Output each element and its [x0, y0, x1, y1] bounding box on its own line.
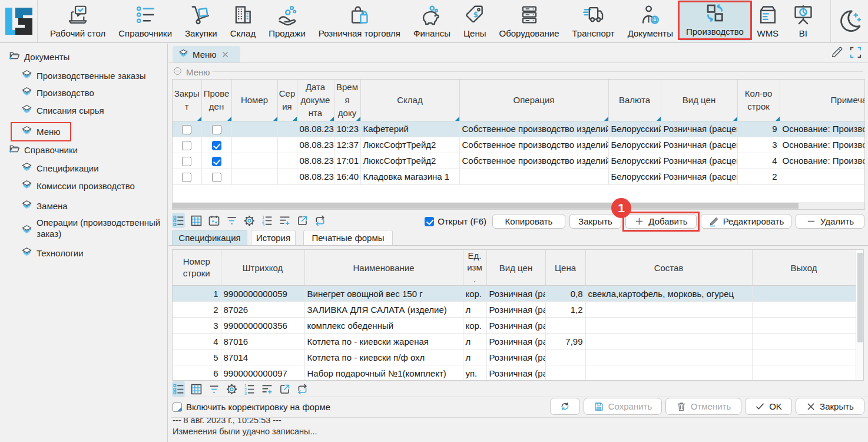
delete-button[interactable]: Удалить — [796, 214, 864, 229]
cell-warehouse[interactable]: ЛюксСофтТрейд2 — [360, 137, 459, 153]
cell-operation[interactable]: Собственное производство изделий — [459, 121, 608, 137]
column-header[interactable]: Состав — [585, 250, 752, 286]
cell-unit[interactable]: л — [463, 334, 486, 349]
edit-button[interactable]: Редактировать — [701, 214, 791, 229]
cell-time[interactable]: 16:40 — [334, 169, 360, 184]
edit-form-button[interactable] — [830, 46, 843, 59]
grid-external-button[interactable] — [296, 213, 309, 228]
sidebar-item[interactable]: Операции (производственный заказ) — [0, 217, 167, 243]
cell-line[interactable]: 5 — [173, 349, 221, 365]
cell-operation[interactable]: Собственное производство изделий — [459, 153, 608, 169]
sidebar-item[interactable]: Замена — [0, 197, 167, 215]
scrollbar-thumb[interactable] — [173, 203, 799, 209]
specification-table-row[interactable]: 4 87016 Котлета по - киевски жареная л Р… — [173, 334, 856, 349]
grid-table-button[interactable] — [190, 213, 203, 228]
cell-output[interactable] — [752, 286, 856, 302]
cell-currency[interactable]: Белорусский рубль — [608, 121, 661, 137]
toolbar-item-sales[interactable]: Продажи — [262, 0, 312, 42]
cell-unit[interactable]: л — [463, 302, 486, 318]
cell-line[interactable]: 2 — [173, 302, 221, 318]
cell-composition[interactable] — [585, 334, 752, 349]
toolbar-item-production[interactable]: Производство — [680, 0, 750, 41]
cell-number[interactable] — [231, 153, 277, 169]
cell-barcode[interactable]: 87016 — [221, 334, 304, 349]
column-header[interactable]: Примечание — [780, 80, 865, 121]
add-button[interactable]: Добавить — [625, 214, 697, 229]
cell-line_count[interactable]: 3 — [737, 137, 780, 153]
cell-date[interactable]: 08.08.23 — [297, 153, 334, 169]
cell-name[interactable]: Котлета по - киевски жареная — [304, 334, 463, 349]
sidebar-group-1[interactable]: Справочники — [0, 141, 167, 159]
grid-list-button[interactable] — [172, 381, 185, 397]
column-header[interactable]: Серия — [277, 80, 297, 121]
fullscreen-button[interactable] — [849, 46, 862, 59]
documents-table-row[interactable]: 08.08.23 17:01 ЛюксСофтТрейд2 Собственно… — [173, 153, 865, 169]
copy-button[interactable]: Копировать — [492, 214, 565, 229]
cell-composition[interactable] — [585, 365, 752, 381]
toolbar-item-transport[interactable]: Транспорт — [566, 0, 621, 42]
tab-2[interactable]: Печатные формы — [303, 230, 393, 245]
documents-table-row[interactable]: 08.08.23 12:37 ЛюксСофтТрейд2 Собственно… — [173, 137, 865, 153]
cell-series[interactable] — [277, 121, 297, 137]
cell-unit[interactable]: кор. — [463, 286, 486, 302]
cell-number[interactable] — [231, 121, 277, 137]
cell-line[interactable]: 1 — [173, 286, 221, 302]
sidebar-item[interactable]: Технологии — [0, 244, 167, 262]
closed-checkbox[interactable] — [182, 157, 191, 166]
cell-line_count[interactable]: 4 — [737, 153, 780, 169]
column-header[interactable]: Время доку — [334, 80, 360, 121]
cell-currency[interactable]: Белорусский рубль — [608, 137, 661, 153]
cell-warehouse[interactable]: ЛюксСофтТрейд2 — [360, 153, 459, 169]
toolbar-item-retail[interactable]: Розничная торговля — [312, 0, 407, 42]
cell-price_type[interactable]: Розничная (расценочная) — [661, 137, 737, 153]
cell-price[interactable] — [545, 365, 585, 381]
sidebar-item[interactable]: Списания сырья — [0, 101, 167, 119]
closed-checkbox[interactable] — [182, 125, 191, 134]
specification-table-row[interactable]: 3 9900000000356 комплекс обеденный кор. … — [173, 318, 856, 334]
specification-table-row[interactable]: 5 87014 Котлета по - киевски п/ф охл л Р… — [173, 349, 856, 365]
column-header[interactable]: Дата документа — [297, 80, 334, 121]
cell-unit[interactable]: кор. — [463, 318, 486, 334]
sidebar-item[interactable]: Производство — [0, 84, 167, 101]
toolbar-item-wms[interactable]: WMS — [750, 0, 786, 42]
cell-composition[interactable]: свекла,картофель, морковь, огурец — [585, 286, 752, 302]
toolbar-item-warehouse[interactable]: Склад — [224, 0, 262, 42]
toolbar-item-desktop[interactable]: Рабочий стол — [44, 0, 112, 42]
tab-menu[interactable]: Меню — [173, 46, 240, 62]
cell-warehouse[interactable]: Кафетерий — [360, 121, 459, 137]
cell-line[interactable]: 6 — [173, 365, 221, 381]
horizontal-scrollbar[interactable] — [173, 202, 864, 209]
toolbar-item-finance[interactable]: Финансы — [407, 0, 457, 42]
cell-date[interactable]: 08.08.23 — [297, 137, 334, 153]
cell-note[interactable] — [780, 169, 865, 184]
column-header[interactable]: Вид цен — [661, 80, 737, 121]
cell-price_type[interactable]: Розничная (расценочная) — [486, 365, 545, 381]
column-header[interactable]: Проведен — [201, 80, 231, 121]
grid-numbered-button[interactable]: 123 — [260, 213, 273, 228]
tab-close-icon[interactable] — [221, 51, 229, 58]
tab-1[interactable]: История — [251, 230, 296, 245]
column-header[interactable]: Штрихкод — [221, 250, 304, 286]
column-header[interactable]: Выход — [752, 250, 856, 286]
cell-name[interactable]: Котлета по - киевски п/ф охл — [304, 349, 463, 365]
specification-table-row[interactable]: 6 9900000000097 Набор подарочный №1(комп… — [173, 365, 856, 381]
grid-external-button[interactable] — [278, 381, 291, 397]
ok-button[interactable]: OK — [745, 398, 792, 415]
cell-unit[interactable]: л — [463, 349, 486, 365]
cell-barcode[interactable]: 9900000000059 — [221, 286, 304, 302]
cell-warehouse[interactable]: Кладовка магазина 1 — [360, 169, 459, 184]
column-header[interactable]: Цена — [545, 250, 585, 286]
grid-reload-button[interactable] — [296, 381, 309, 397]
grid-calendar-button[interactable] — [207, 213, 220, 228]
cell-price_type[interactable]: Розничная (расценочная) — [486, 318, 545, 334]
cell-series[interactable] — [277, 169, 297, 184]
posted-checkbox[interactable] — [212, 141, 221, 150]
cell-number[interactable] — [231, 169, 277, 184]
closed-checkbox[interactable] — [182, 173, 191, 182]
cell-barcode[interactable]: 9900000000356 — [221, 318, 304, 334]
column-header[interactable]: Ед. изм . — [463, 250, 486, 286]
cell-operation[interactable]: Собственное производство изделий — [459, 137, 608, 153]
sidebar-item[interactable]: Меню — [0, 123, 167, 140]
column-header[interactable]: Валюта — [608, 80, 661, 121]
cell-time[interactable]: 12:37 — [334, 137, 360, 153]
